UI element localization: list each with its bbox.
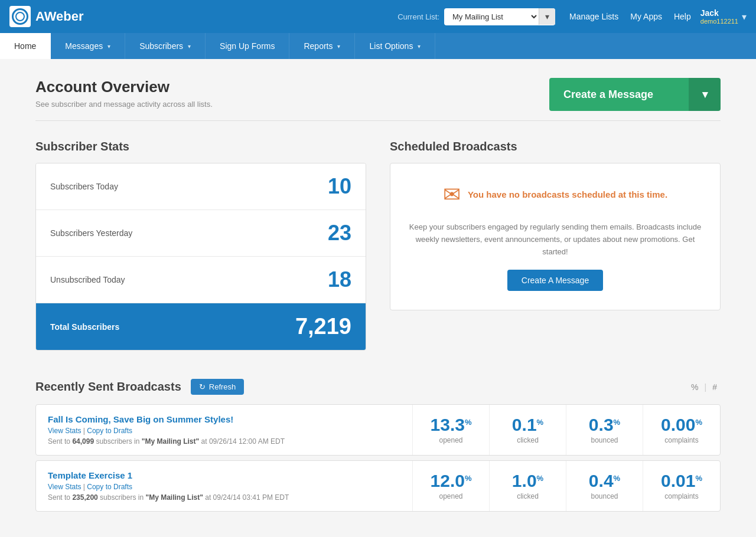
current-list-label: Current List:: [397, 12, 439, 21]
broadcast-info: Fall Is Coming, Save Big on Summer Style…: [36, 405, 413, 455]
complaints-value: 0.00: [661, 416, 695, 434]
total-subscribers-label: Total Subscribers: [50, 322, 119, 332]
recently-sent-header: Recently Sent Broadcasts ↻ Refresh % | #: [35, 379, 721, 395]
percent-toggle[interactable]: %: [687, 381, 702, 393]
subscribers-yesterday-label: Subscribers Yesterday: [50, 228, 132, 238]
bounced-value: 0.3: [589, 416, 614, 434]
user-username: demo112211: [700, 18, 738, 25]
recently-sent-title: Recently Sent Broadcasts: [35, 380, 181, 394]
messages-nav[interactable]: Messages ▾: [51, 33, 125, 59]
logo[interactable]: AWeber: [9, 6, 84, 27]
no-broadcasts-message: You have no broadcasts scheduled at this…: [468, 189, 667, 199]
broadcasts-description: Keep your subscribers engaged by regular…: [405, 221, 706, 258]
user-menu[interactable]: Jack demo112211 ▾: [700, 8, 747, 25]
opened-stat: 13.3% opened: [413, 405, 490, 455]
home-nav[interactable]: Home: [0, 33, 51, 59]
broadcast-row: Fall Is Coming, Save Big on Summer Style…: [35, 404, 721, 456]
list-select-chevron-icon[interactable]: ▾: [539, 8, 555, 25]
subscriber-stats-section: Subscriber Stats Subscribers Today 10 Su…: [35, 140, 366, 351]
user-chevron-icon: ▾: [742, 11, 747, 22]
create-message-label: Create a Message: [563, 89, 653, 101]
page-content: Account Overview See subscriber and mess…: [12, 59, 744, 535]
help-link[interactable]: Help: [674, 12, 691, 21]
complaints-percent-icon: %: [695, 418, 702, 426]
list-options-chevron-icon: ▾: [418, 43, 421, 50]
broadcast-info: Template Exercise 1 View Stats | Copy to…: [36, 461, 413, 511]
no-broadcasts-icon: ✉: [443, 182, 461, 207]
list-options-nav[interactable]: List Options ▾: [355, 33, 435, 59]
bounced-percent-icon: %: [614, 474, 621, 482]
opened-percent-icon: %: [465, 474, 472, 482]
opened-percent-icon: %: [465, 418, 472, 426]
copy-to-drafts-link[interactable]: Copy to Drafts: [87, 427, 132, 435]
subscribers-chevron-icon: ▾: [188, 43, 191, 50]
broadcast-name-link[interactable]: Template Exercise 1: [48, 470, 400, 480]
logo-text: AWeber: [35, 9, 84, 24]
broadcast-name-link[interactable]: Fall Is Coming, Save Big on Summer Style…: [48, 414, 400, 424]
page-title: Account Overview: [35, 78, 213, 96]
clicked-label: clicked: [517, 492, 539, 500]
opened-label: opened: [439, 492, 462, 500]
copy-to-drafts-link[interactable]: Copy to Drafts: [87, 483, 132, 491]
user-name: Jack: [700, 8, 738, 18]
unsubscribed-today-row: Unsubscribed Today 18: [36, 257, 366, 303]
signup-forms-nav[interactable]: Sign Up Forms: [206, 33, 289, 59]
top-nav-links: Manage Lists My Apps Help: [569, 12, 691, 21]
opened-label: opened: [439, 436, 462, 444]
broadcast-actions: View Stats | Copy to Drafts: [48, 427, 400, 435]
total-subscribers-row: Total Subscribers 7,219: [36, 303, 366, 350]
manage-lists-link[interactable]: Manage Lists: [569, 12, 618, 21]
refresh-icon: ↻: [199, 382, 206, 391]
view-stats-link[interactable]: View Stats: [48, 427, 81, 435]
subscribers-yesterday-value: 23: [328, 221, 351, 245]
total-subscribers-value: 7,219: [295, 314, 351, 339]
view-toggle: % | #: [687, 381, 721, 393]
two-column-section: Subscriber Stats Subscribers Today 10 Su…: [35, 140, 721, 351]
bounced-percent-icon: %: [614, 418, 621, 426]
reports-nav[interactable]: Reports ▾: [289, 33, 355, 59]
clicked-value: 1.0: [512, 472, 537, 490]
bounced-stat: 0.4% bounced: [566, 461, 643, 511]
hash-toggle[interactable]: #: [709, 381, 721, 393]
stats-table: Subscribers Today 10 Subscribers Yesterd…: [35, 163, 366, 351]
clicked-stat: 0.1% clicked: [490, 405, 566, 455]
broadcast-actions: View Stats | Copy to Drafts: [48, 483, 400, 491]
main-navigation: Home Messages ▾ Subscribers ▾ Sign Up Fo…: [0, 33, 756, 59]
complaints-label: complaints: [664, 436, 698, 444]
view-toggle-separator: |: [705, 382, 707, 392]
bounced-label: bounced: [591, 436, 618, 444]
unsubscribed-today-label: Unsubscribed Today: [50, 275, 125, 284]
complaints-label: complaints: [664, 492, 698, 500]
clicked-stat: 1.0% clicked: [490, 461, 566, 511]
clicked-value: 0.1: [512, 416, 537, 434]
current-list-select[interactable]: My Mailing List: [444, 8, 539, 25]
scheduled-broadcasts-title: Scheduled Broadcasts: [390, 140, 721, 153]
create-message-button[interactable]: Create a Message ▾: [549, 78, 721, 111]
current-list-selector[interactable]: My Mailing List ▾: [444, 8, 555, 25]
refresh-button[interactable]: ↻ Refresh: [191, 379, 245, 395]
page-subtitle: See subscriber and message activity acro…: [35, 100, 213, 109]
bounced-value: 0.4: [589, 472, 614, 490]
overview-text: Account Overview See subscriber and mess…: [35, 78, 213, 109]
my-apps-link[interactable]: My Apps: [630, 12, 662, 21]
subscriber-stats-title: Subscriber Stats: [35, 140, 366, 153]
unsubscribed-today-value: 18: [328, 267, 351, 292]
reports-chevron-icon: ▾: [337, 43, 340, 50]
create-message-chevron-icon: ▾: [689, 78, 721, 111]
complaints-percent-icon: %: [695, 474, 702, 482]
bounced-label: bounced: [591, 492, 618, 500]
view-stats-link[interactable]: View Stats: [48, 483, 81, 491]
sent-count: 235,200: [72, 493, 97, 502]
create-a-message-button[interactable]: Create A Message: [507, 270, 603, 291]
bounced-stat: 0.3% bounced: [566, 405, 643, 455]
sent-date: 09/26/14 12:00 AM EDT: [209, 437, 285, 446]
clicked-percent-icon: %: [537, 418, 544, 426]
complaints-stat: 0.00% complaints: [643, 405, 720, 455]
sent-date: 09/24/14 03:41 PM EDT: [213, 493, 289, 502]
subscribers-today-value: 10: [328, 174, 351, 199]
messages-chevron-icon: ▾: [107, 43, 110, 50]
opened-stat: 12.0% opened: [413, 461, 490, 511]
subscribers-nav[interactable]: Subscribers ▾: [125, 33, 206, 59]
broadcast-row: Template Exercise 1 View Stats | Copy to…: [35, 460, 721, 512]
broadcast-meta: Sent to 64,099 subscribers in "My Mailin…: [48, 437, 400, 446]
